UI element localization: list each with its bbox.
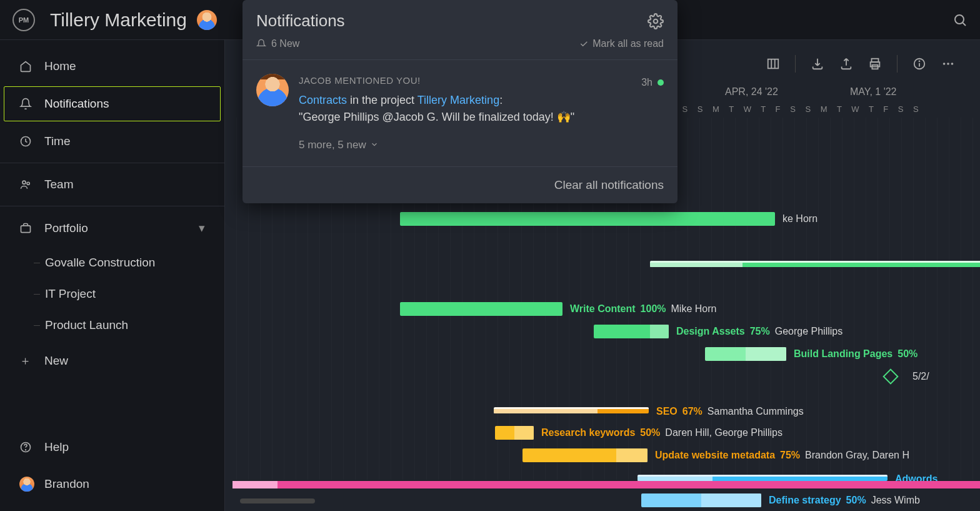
nav-team[interactable]: Team (4, 167, 221, 202)
nav-user[interactable]: Brandon (4, 466, 221, 502)
nav-label: Help (44, 440, 69, 454)
clock-icon (19, 135, 37, 148)
gantt-bar[interactable]: Write Content100%Mike Horn (400, 302, 562, 316)
nav-label: Home (44, 59, 76, 73)
toolbar (766, 55, 955, 73)
avatar-icon (19, 477, 37, 492)
portfolio-item[interactable]: Product Launch (30, 310, 224, 341)
portfolio-item[interactable]: IT Project (30, 278, 224, 310)
task-label: Update website metadata75%Brandon Gray, … (655, 450, 909, 461)
gantt-bar[interactable]: Build Landing Pages50% (705, 347, 786, 361)
task-label: Write Content100%Mike Horn (570, 303, 716, 315)
mark-all-label: Mark all as read (592, 38, 664, 49)
gantt-row: SEO67%Samantha Cummings (225, 399, 980, 422)
svg-point-4 (27, 182, 29, 185)
nav-label: Time (44, 134, 71, 148)
print-icon[interactable] (868, 57, 882, 71)
gear-icon[interactable] (648, 13, 664, 29)
help-icon (19, 441, 37, 453)
download-icon[interactable] (811, 57, 824, 71)
more-icon[interactable] (941, 57, 955, 71)
summary-bar[interactable] (232, 481, 980, 488)
nav-notifications[interactable]: Notifications (4, 86, 221, 121)
notifications-title: Notifications (256, 11, 648, 31)
month-label: MAY, 1 '22 (850, 86, 897, 98)
nav-label: Portfolio (44, 221, 88, 235)
gantt-row: Build Landing Pages50% (225, 343, 980, 365)
gantt-bar[interactable]: Research keywords50%Daren Hill, George P… (495, 426, 534, 440)
svg-rect-5 (21, 225, 31, 232)
notification-avatar (256, 74, 289, 106)
app-logo[interactable]: PM (12, 9, 35, 31)
clear-all-notifications[interactable]: Clear all notifications (242, 166, 678, 203)
task-label: Design Assets75%George Phillips (676, 326, 842, 337)
gantt-row: Define strategy50%Jess Wimb (225, 489, 980, 511)
day-letters: F S S M T W T F S S M T W T F S S (668, 104, 922, 114)
svg-point-16 (919, 61, 920, 61)
svg-point-19 (951, 63, 954, 65)
unread-dot-icon (658, 79, 664, 86)
gantt-bar[interactable]: ke Horn (400, 212, 775, 226)
avatar[interactable] (197, 10, 217, 30)
gantt-row: Update website metadata75%Brandon Gray, … (225, 444, 980, 467)
task-label: SEO67%Samantha Cummings (656, 406, 804, 417)
task-label: ke Horn (782, 213, 818, 225)
mark-all-read[interactable]: Mark all as read (579, 38, 664, 49)
info-icon[interactable] (912, 57, 926, 71)
gantt-bar[interactable]: Update website metadata75%Brandon Gray, … (522, 448, 648, 462)
task-label: Build Landing Pages50% (794, 348, 918, 360)
search-icon[interactable] (952, 13, 968, 28)
svg-point-20 (654, 19, 658, 23)
gantt-row: 5/2/ (225, 365, 980, 388)
task-label: 5/2/ (912, 371, 929, 382)
milestone-icon[interactable] (882, 368, 898, 384)
notification-link[interactable]: Contracts (299, 94, 347, 106)
gantt-bar[interactable]: SEO67%Samantha Cummings (494, 407, 649, 413)
gantt-row: Write Content100%Mike Horn (225, 298, 980, 320)
nav-help[interactable]: Help (4, 430, 221, 465)
chevron-down-icon: ▾ (199, 221, 205, 235)
bell-icon (19, 98, 37, 110)
portfolio-item[interactable]: Govalle Construction (30, 247, 224, 278)
sidebar: Home Notifications Time Team Portfolio ▾… (0, 40, 225, 511)
svg-point-7 (26, 450, 26, 450)
gantt-bar[interactable]: ps, Jennifer Lennon, Jess Wimber... (650, 261, 980, 267)
gantt-row: ke Horn (225, 208, 980, 230)
notifications-panel: Notifications 6 New Mark all as read JAC… (242, 0, 678, 203)
team-icon (19, 178, 37, 191)
notification-item[interactable]: JACOB MENTIONED YOU! 3h Contracts in the… (242, 60, 678, 166)
nav-label: New (44, 354, 68, 368)
svg-point-3 (22, 181, 26, 184)
new-count: 6 New (271, 38, 299, 49)
project-title[interactable]: Tillery Marketing (50, 9, 187, 31)
nav-time[interactable]: Time (4, 124, 221, 159)
nav-home[interactable]: Home (4, 49, 221, 84)
gantt-bar[interactable]: Design Assets75%George Phillips (594, 325, 669, 338)
svg-point-0 (955, 15, 964, 24)
nav-portfolio[interactable]: Portfolio ▾ (4, 210, 221, 246)
nav-label: Notifications (44, 97, 109, 111)
gantt-bar[interactable]: Adwords (638, 475, 888, 481)
gantt-row: Design Assets75%George Phillips (225, 320, 980, 343)
svg-rect-8 (768, 59, 779, 69)
notification-link[interactable]: Tillery Marketing (418, 94, 499, 106)
gantt-bar[interactable]: Define strategy50%Jess Wimb (641, 493, 761, 507)
svg-point-17 (943, 63, 946, 65)
nav-label: Team (44, 178, 73, 191)
horizontal-scrollbar[interactable] (240, 498, 315, 503)
notification-more[interactable]: 5 more, 5 new (299, 137, 664, 153)
home-icon (19, 60, 37, 73)
notification-quote: "George Phillips @Jacob G. Will be final… (299, 109, 664, 126)
task-label: Research keywords50%Daren Hill, George P… (541, 427, 782, 438)
nav-label: Brandon (44, 477, 89, 491)
gantt-row: Research keywords50%Daren Hill, George P… (225, 422, 980, 444)
gantt-row: Creativ (225, 271, 980, 293)
columns-icon[interactable] (766, 57, 780, 71)
nav-new[interactable]: ＋ New (4, 342, 221, 380)
briefcase-icon (19, 222, 37, 235)
bell-icon (256, 39, 266, 49)
check-icon (579, 39, 589, 49)
upload-icon[interactable] (839, 57, 853, 71)
notification-text: Contracts in the project Tillery Marketi… (299, 92, 664, 109)
task-label: Define strategy50%Jess Wimb (769, 495, 920, 506)
